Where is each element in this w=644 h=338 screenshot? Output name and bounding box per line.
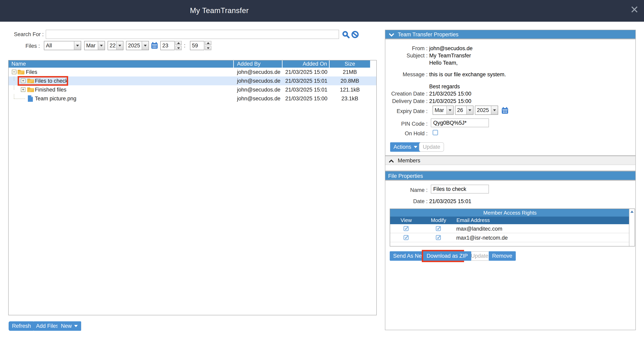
month-select[interactable]: Mar — [84, 41, 105, 50]
files-filter-label: Files : — [0, 43, 40, 49]
row-added-on: 21/03/2025 15:00 — [282, 69, 328, 75]
day-select[interactable]: 22 — [108, 41, 124, 50]
expand-expander-icon[interactable]: + — [21, 78, 26, 83]
member-row[interactable]: max@landitec.com — [390, 224, 630, 233]
year-select[interactable]: 2025 — [126, 41, 149, 50]
row-size: 21MB — [330, 69, 370, 75]
minute-down-button[interactable] — [205, 46, 212, 50]
table-row-team-picture[interactable]: Team picture.png john@secudos.de 21/03/2… — [8, 94, 376, 103]
calendar-icon[interactable] — [151, 42, 158, 49]
creation-date-value: 21/03/2025 15:00 — [429, 91, 471, 97]
modify-checkbox[interactable] — [436, 235, 441, 240]
expiry-year-select[interactable]: 2025 — [475, 106, 498, 115]
minute-value[interactable]: 59 — [190, 41, 204, 50]
file-table: Name Added By Added On Size − Files john… — [8, 60, 377, 315]
member-email: max@landitec.com — [456, 226, 502, 232]
view-checkbox[interactable] — [404, 235, 408, 240]
file-date-value: 21/03/2025 15:01 — [429, 198, 471, 205]
section-title: File Properties — [388, 172, 423, 181]
chevron-down-icon[interactable] — [142, 41, 148, 50]
new-button[interactable]: New — [58, 321, 81, 331]
file-name-input[interactable] — [431, 185, 489, 194]
remove-button[interactable]: Remove — [489, 251, 516, 261]
minute-up-button[interactable] — [205, 41, 212, 45]
file-type-value: All — [44, 41, 74, 50]
row-added-on: 21/03/2025 15:01 — [282, 78, 328, 84]
members-section-header[interactable]: Members — [385, 155, 636, 165]
actions-button[interactable]: Actions — [390, 142, 421, 152]
expiry-day-value: 26 — [456, 106, 466, 114]
row-name: Team picture.png — [35, 96, 76, 102]
hour-value[interactable]: 23 — [160, 41, 175, 50]
table-row-files-to-check[interactable]: + Files to check john@secudos.de 21/03/2… — [8, 76, 376, 85]
caret-down-icon — [414, 146, 418, 148]
collapse-expander-icon[interactable]: − — [12, 70, 16, 74]
row-added-by: john@secudos.de — [237, 87, 280, 93]
caret-down-icon — [74, 325, 78, 327]
minute-spinner[interactable]: 59 — [190, 41, 212, 50]
column-added-by[interactable]: Added By — [234, 60, 282, 68]
member-access-rights-table: Member Access Rights View Modify Email A… — [390, 209, 635, 246]
expiry-month-select[interactable]: Mar — [432, 106, 454, 115]
table-row-files[interactable]: − Files john@secudos.de 21/03/2025 15:00… — [8, 68, 376, 76]
message-signoff: Best regards — [429, 83, 460, 90]
view-checkbox[interactable] — [404, 226, 408, 231]
column-name[interactable]: Name — [8, 60, 233, 68]
hour-down-button[interactable] — [175, 46, 182, 50]
folder-icon — [27, 87, 34, 93]
actions-button-label: Actions — [394, 144, 411, 150]
table-scrollbar[interactable] — [629, 209, 634, 246]
chevron-down-icon[interactable] — [98, 41, 104, 50]
update-properties-button[interactable]: Update — [419, 142, 444, 152]
search-icon[interactable] — [342, 31, 350, 39]
section-title: Members — [398, 156, 420, 165]
row-added-by: john@secudos.de — [237, 69, 280, 75]
creation-date-label: Creation Date : — [385, 91, 428, 97]
download-as-zip-button[interactable]: Download as ZIP — [423, 251, 471, 261]
close-icon[interactable]: ✕ — [630, 4, 639, 16]
subject-value: My TeamTransfer — [429, 53, 471, 59]
titlebar: My TeamTransfer ✕ — [0, 0, 644, 22]
row-added-by: john@secudos.de — [237, 78, 280, 84]
annotation-box-download-zip: Download as ZIP — [422, 250, 464, 262]
refresh-button[interactable]: Refresh — [8, 321, 34, 331]
clear-search-icon[interactable] — [351, 31, 359, 39]
column-added-on[interactable]: Added On — [282, 60, 329, 68]
search-input[interactable] — [46, 30, 339, 39]
modify-checkbox[interactable] — [436, 226, 441, 231]
expiry-day-select[interactable]: 26 — [455, 106, 474, 115]
on-hold-checkbox[interactable] — [432, 130, 438, 135]
folder-icon — [27, 78, 34, 84]
column-modify[interactable]: Modify — [423, 217, 454, 224]
file-name-label: Name : — [385, 187, 428, 193]
team-transfer-properties-header[interactable]: Team Transfer Properties — [385, 30, 636, 39]
column-view[interactable]: View — [390, 217, 422, 224]
calendar-icon[interactable] — [501, 107, 509, 114]
chevron-down-icon — [389, 33, 394, 37]
file-type-select[interactable]: All — [44, 41, 81, 50]
table-row-finished-files[interactable]: + Finished files john@secudos.de 21/03/2… — [8, 85, 376, 94]
hour-up-button[interactable] — [175, 41, 182, 45]
chevron-down-icon[interactable] — [116, 41, 123, 50]
expiry-date-label: Expiry Date : — [385, 108, 428, 114]
window-title: My TeamTransfer — [190, 7, 249, 15]
chevron-down-icon[interactable] — [74, 41, 81, 50]
chevron-down-icon[interactable] — [491, 106, 498, 114]
member-row[interactable]: max1@isr-netcom.de — [390, 233, 630, 242]
message-greeting: Hello Team, — [429, 60, 458, 66]
month-value: Mar — [84, 41, 98, 50]
chevron-down-icon[interactable] — [446, 106, 453, 114]
chevron-down-icon[interactable] — [466, 106, 473, 114]
hour-spinner[interactable]: 23 — [160, 41, 182, 50]
column-size[interactable]: Size — [330, 60, 370, 68]
expand-expander-icon[interactable]: + — [21, 87, 26, 92]
scroll-up-icon[interactable] — [630, 211, 634, 213]
member-email: max1@isr-netcom.de — [456, 235, 508, 241]
message-value: this is our file exchange system. — [429, 71, 506, 78]
chevron-up-icon — [389, 159, 394, 162]
pin-code-input[interactable] — [431, 118, 489, 127]
column-email[interactable]: Email Address — [455, 217, 630, 224]
file-date-label: Date : — [385, 198, 428, 205]
row-added-by: john@secudos.de — [237, 96, 280, 102]
year-value: 2025 — [126, 41, 142, 50]
